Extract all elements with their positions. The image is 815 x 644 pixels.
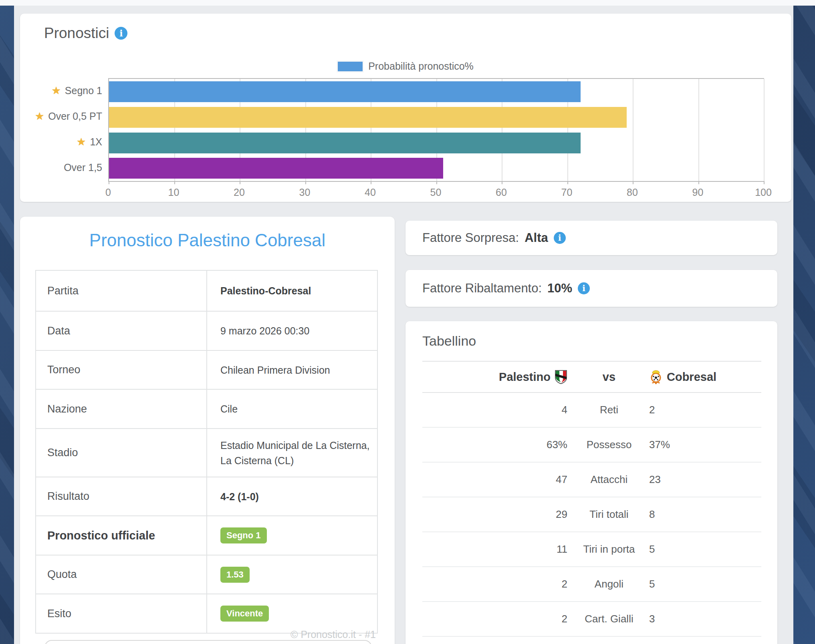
chart-tick <box>567 181 568 184</box>
tabellino-stat-row: 29Tiri totali8 <box>422 497 761 532</box>
tabellino-stat-row: 2Angoli5 <box>422 567 761 602</box>
match-table-row: StadioEstadio Municipal de La Cisterna, … <box>36 429 377 477</box>
stat-value: 3 <box>649 613 655 625</box>
pronostici-chart-card: Pronostici i Probabilità pronostico% ★Se… <box>20 14 791 202</box>
info-icon[interactable]: i <box>554 232 566 244</box>
home-stat-value: 2 <box>422 613 585 625</box>
match-card-title: Pronostico Palestino Cobresal <box>20 230 395 250</box>
legend-label: Probabilità pronostico% <box>368 60 474 72</box>
match-table-row: Risultato4-2 (1-0) <box>36 477 377 516</box>
chart-tick <box>633 181 633 184</box>
match-table-row: Data9 marzo 2026 00:30 <box>36 312 377 351</box>
tabellino-stat-row: 2Cart. Gialli3 <box>422 602 761 637</box>
stat-value: 5 <box>649 543 655 555</box>
chart-legend: Probabilità pronostico% <box>20 60 791 72</box>
chart-card-title: Pronostici <box>44 25 109 42</box>
info-icon[interactable]: i <box>578 282 590 294</box>
home-stat-value: 11 <box>422 543 585 555</box>
tabellino-stat-row: 11Tiri in porta5 <box>422 532 761 567</box>
factor-value: Alta <box>525 231 548 245</box>
chart-tick <box>174 181 175 184</box>
cobresal-crest-icon <box>649 369 663 384</box>
stat-name: Reti <box>600 404 618 416</box>
factor-value: 10% <box>547 281 572 296</box>
match-table-row: Quota1.53 <box>36 555 377 594</box>
collapsed-panel-stub[interactable] <box>44 640 372 644</box>
stat-name-cell: Possesso <box>585 439 633 451</box>
stat-value: 23 <box>649 473 661 486</box>
match-info-table: PartitaPalestino-CobresalData9 marzo 202… <box>35 270 378 634</box>
away-stat-value: 37% <box>633 439 761 451</box>
stat-name-cell: Cart. Gialli <box>585 613 633 625</box>
match-row-label: Partita <box>36 271 207 311</box>
fattore-sorpresa-card: Fattore Sorpresa: Alta i <box>405 221 777 255</box>
away-stat-value: 23 <box>633 473 761 486</box>
chart-category-label: Over 1,5 <box>20 155 102 180</box>
match-prediction-card: Pronostico Palestino Cobresal PartitaPal… <box>20 217 395 644</box>
tabellino-stat-row: 4Reti2 <box>422 393 761 428</box>
match-row-label: Data <box>36 312 207 350</box>
info-icon[interactable]: i <box>115 27 127 40</box>
match-row-label: Pronostico ufficiale <box>36 516 207 555</box>
chart-tick <box>436 181 437 184</box>
stat-name: Tiri in porta <box>583 543 635 555</box>
stat-name-cell: Attacchi <box>585 473 633 486</box>
match-row-label: Quota <box>36 555 207 594</box>
match-row-label: Stadio <box>36 429 207 477</box>
chart-bar-band <box>109 155 764 181</box>
away-stat-value: 2 <box>633 404 761 416</box>
x-axis-tick-label: 100 <box>755 187 772 198</box>
stat-name: Angoli <box>595 578 623 590</box>
green-badge: Vincente <box>220 606 269 622</box>
stat-value: 4 <box>562 404 567 416</box>
home-stat-value: 2 <box>422 578 585 590</box>
away-stat-value: 5 <box>633 543 761 555</box>
category-text: 1X <box>90 136 102 148</box>
match-row-value: Vincente <box>207 594 377 633</box>
tabellino-table: Palestino vs <box>422 361 761 644</box>
chart-tick <box>240 181 240 184</box>
tabellino-header-row: Palestino vs <box>422 362 761 393</box>
chart-bar-segno-1[interactable] <box>109 81 581 102</box>
green-badge: Segno 1 <box>220 527 267 543</box>
stat-name: Possesso <box>587 439 632 451</box>
away-stat-value: 8 <box>633 508 761 521</box>
home-stat-value: 47 <box>422 473 585 486</box>
chart-bar-1x[interactable] <box>109 133 581 153</box>
chart-category-label: ★Segno 1 <box>20 78 102 104</box>
stat-name: Attacchi <box>591 473 628 486</box>
home-team-name: Palestino <box>499 370 551 384</box>
match-table-row: NazioneCile <box>36 390 377 429</box>
away-stat-value: 5 <box>633 578 761 590</box>
category-text: Over 0,5 PT <box>48 111 102 122</box>
factor-row: Fattore Sorpresa: Alta i <box>405 221 777 255</box>
match-row-value: Chilean Primera Division <box>207 351 377 389</box>
chart-tick <box>764 181 765 184</box>
stat-name-cell: Angoli <box>585 578 633 590</box>
chart-plot-area <box>108 78 764 182</box>
home-stat-value: 63% <box>422 439 585 451</box>
match-row-label: Torneo <box>36 351 207 389</box>
chart-bar-over-1-5[interactable] <box>109 158 443 179</box>
match-row-label: Nazione <box>36 390 207 428</box>
x-axis-tick-label: 60 <box>496 187 507 198</box>
vs-label: vs <box>603 370 615 384</box>
match-row-value: 9 marzo 2026 00:30 <box>207 312 377 350</box>
chart-title-row: Pronostici i <box>44 25 127 42</box>
stat-name-cell: Reti <box>585 404 633 416</box>
stat-value: 47 <box>556 473 567 486</box>
stat-name: Tiri totali <box>589 508 628 521</box>
home-team-cell: Palestino <box>422 370 585 384</box>
star-icon: ★ <box>52 85 61 97</box>
tabellino-card: Tabellino Palestino vs <box>405 321 777 644</box>
match-row-value: Segno 1 <box>207 516 377 555</box>
x-axis-tick-label: 90 <box>692 187 704 198</box>
stat-value: 2 <box>562 578 567 590</box>
stat-value: 29 <box>556 508 567 521</box>
match-row-value: Estadio Municipal de La Cisterna, La Cis… <box>207 429 377 477</box>
x-axis-tick-label: 10 <box>168 187 180 198</box>
chart-tick <box>371 181 371 184</box>
stat-value: 11 <box>557 543 567 555</box>
tabellino-stat-row: 1Cart. Rossi1 <box>422 637 761 644</box>
chart-bar-over-0-5-pt[interactable] <box>109 107 627 128</box>
